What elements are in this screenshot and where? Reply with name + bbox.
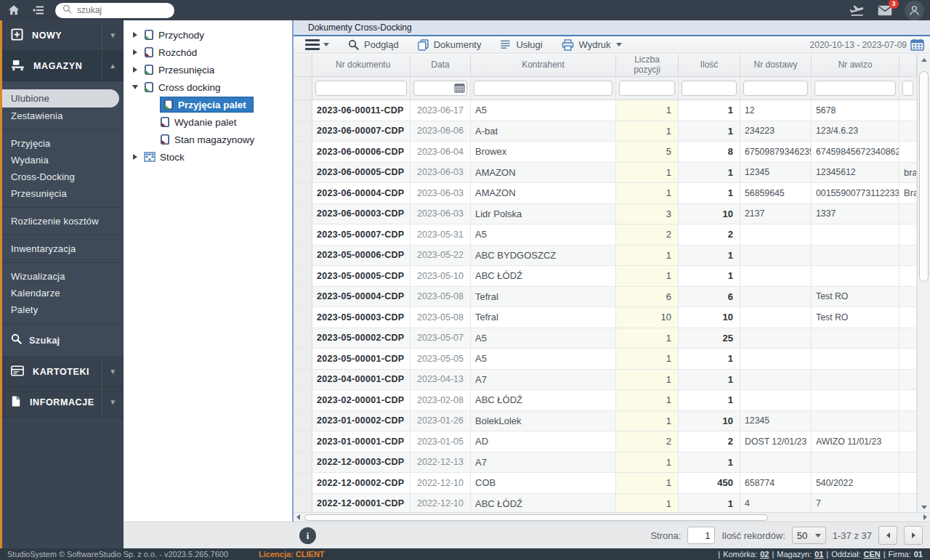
cell-ilosc[interactable]: 1 [679, 245, 740, 267]
table-row[interactable]: 2023-05-00003-CDP2023-05-08Tefral1010Tes… [294, 307, 917, 328]
cell-liczba-pozycji[interactable]: 6 [616, 287, 679, 308]
sidebar-item-wydania[interactable]: Wydania [0, 152, 124, 169]
sidebar-item-inwentaryzacja[interactable]: Inwentaryzacja [0, 240, 124, 257]
column-header-nr-dokumentu[interactable]: Nr dokumentu [312, 54, 411, 77]
cell-nr-awizo[interactable] [812, 370, 899, 391]
cell-nr-dostawy[interactable] [740, 370, 812, 391]
table-row[interactable]: 2023-02-00001-CDP2023-02-08ABC ŁÓDŹ11 [294, 390, 917, 411]
cell-kontrahent[interactable]: Tefral [471, 307, 616, 328]
tree-node-rozchod[interactable]: Rozchód [129, 44, 292, 61]
table-row[interactable]: 2023-06-00003-CDP2023-06-03Lidr Polska31… [294, 204, 917, 225]
cell-nr-dostawy[interactable]: 12345 [740, 411, 812, 432]
sidebar-item-zestawienia[interactable]: Zestawienia [0, 107, 124, 124]
sidebar-item-szukaj[interactable]: Szukaj [0, 329, 124, 351]
home-icon[interactable] [6, 2, 22, 18]
cell-nr-awizo[interactable]: 1337 [812, 204, 899, 225]
expander-closed-icon[interactable] [131, 32, 140, 38]
cell-liczba-pozycji[interactable]: 1 [616, 121, 679, 142]
row-selector-cell[interactable] [294, 245, 312, 267]
row-selector-cell[interactable] [294, 328, 312, 349]
table-row[interactable]: 2023-04-00001-CDP2023-04-13A711 [294, 370, 917, 391]
context-value-komorka[interactable]: 02 [760, 550, 769, 559]
table-row[interactable]: 2023-06-00005-CDP2023-06-03AMAZON1112345… [294, 163, 917, 184]
table-row[interactable]: 2023-06-00011-CDP2023-06-17A511125678 [294, 100, 917, 121]
cell-nr-dokumentu[interactable]: 2023-06-00011-CDP [312, 100, 411, 121]
row-selector-cell[interactable] [294, 287, 312, 308]
cell-ilosc[interactable]: 1 [679, 100, 740, 121]
tree-node-przychody[interactable]: Przychody [129, 26, 292, 44]
cell-kontrahent[interactable]: A5 [471, 100, 616, 121]
tree-node-stock[interactable]: Stock [129, 148, 292, 166]
cell-extra[interactable] [899, 390, 917, 411]
previous-page-button[interactable] [878, 526, 897, 545]
cell-nr-awizo[interactable] [812, 266, 899, 287]
cell-extra[interactable] [899, 411, 917, 432]
user-avatar-icon[interactable] [905, 1, 924, 20]
row-selector-cell[interactable] [294, 142, 312, 163]
cell-ilosc[interactable]: 1 [679, 349, 740, 370]
uslugi-button[interactable]: Usługi [500, 39, 542, 50]
cell-nr-dokumentu[interactable]: 2023-06-00004-CDP [312, 183, 411, 204]
cell-nr-dokumentu[interactable]: 2023-05-00002-CDP [312, 328, 411, 349]
cell-liczba-pozycji[interactable]: 5 [616, 142, 679, 163]
table-row[interactable]: 2023-05-00007-CDP2023-05-31A522 [294, 224, 917, 245]
sidebar-item-przesuniecia[interactable]: Przesunięcia [0, 185, 124, 202]
chevron-up-icon[interactable]: ▲ [102, 51, 124, 81]
cell-ilosc[interactable]: 1 [679, 183, 740, 204]
cell-extra[interactable] [899, 224, 917, 245]
table-row[interactable]: 2022-12-00003-CDP2022-12-13A711 [294, 453, 917, 474]
cell-nr-dokumentu[interactable]: 2023-06-00006-CDP [312, 142, 411, 163]
cell-extra[interactable] [899, 204, 917, 225]
filter-input-nr-dostawy[interactable] [743, 81, 808, 96]
cell-nr-awizo[interactable]: 67459845672340862... [812, 142, 899, 163]
cell-data[interactable]: 2022-12-10 [411, 494, 471, 515]
cell-nr-awizo[interactable]: 7 [812, 494, 899, 515]
cell-liczba-pozycji[interactable]: 2 [616, 431, 679, 453]
cell-data[interactable]: 2023-06-04 [411, 142, 471, 163]
cell-liczba-pozycji[interactable]: 1 [616, 100, 679, 121]
cell-ilosc[interactable]: 1 [679, 453, 740, 474]
cell-nr-dostawy[interactable] [740, 224, 812, 245]
cell-data[interactable]: 2023-06-17 [411, 100, 471, 121]
cell-nr-awizo[interactable]: 5678 [812, 100, 899, 121]
tree-node-przesuniecia[interactable]: Przesunięcia [129, 61, 292, 78]
sidebar-item-cross-docking[interactable]: Cross-Docking [0, 169, 124, 185]
table-row[interactable]: 2023-05-00005-CDP2023-05-10ABC ŁÓDŹ11 [294, 266, 917, 287]
cell-nr-dokumentu[interactable]: 2023-05-00004-CDP [312, 287, 411, 308]
cell-data[interactable]: 2023-01-05 [411, 431, 471, 453]
cell-data[interactable]: 2023-05-10 [411, 266, 471, 287]
horizontal-scrollbar-thumb[interactable] [304, 514, 768, 521]
cell-nr-dokumentu[interactable]: 2022-12-00003-CDP [312, 453, 411, 474]
cell-data[interactable]: 2023-05-08 [411, 307, 471, 328]
menu-toggle-icon[interactable] [31, 2, 46, 18]
cell-nr-dokumentu[interactable]: 2023-05-00005-CDP [312, 266, 411, 287]
table-row[interactable]: 2023-06-00006-CDP2023-06-04Browex5867509… [294, 142, 917, 163]
cell-nr-awizo[interactable]: 123/4.6.23 [812, 121, 899, 142]
calendar-icon[interactable] [910, 38, 924, 53]
vertical-scrollbar-thumb[interactable] [919, 71, 929, 282]
cell-nr-dokumentu[interactable]: 2023-05-00007-CDP [312, 224, 411, 245]
next-page-button[interactable] [904, 526, 923, 545]
cell-nr-dostawy[interactable] [740, 390, 812, 411]
cell-data[interactable]: 2023-06-03 [411, 183, 471, 204]
cell-ilosc[interactable]: 1 [679, 390, 740, 411]
cell-liczba-pozycji[interactable]: 1 [616, 245, 679, 267]
cell-extra[interactable] [899, 307, 917, 328]
row-selector-cell[interactable] [294, 473, 312, 494]
cell-data[interactable]: 2023-05-08 [411, 287, 471, 308]
row-selector-cell[interactable] [294, 349, 312, 370]
cell-nr-awizo[interactable]: AWIZO 11/01/23 [812, 431, 899, 453]
cell-kontrahent[interactable]: A5 [471, 224, 616, 245]
sidebar-item-ulubione[interactable]: Ulubione [0, 89, 119, 107]
table-row[interactable]: 2023-05-00004-CDP2023-05-08Tefral66Test … [294, 287, 917, 308]
cell-kontrahent[interactable]: A5 [471, 328, 616, 349]
cell-liczba-pozycji[interactable]: 2 [616, 224, 679, 245]
cell-nr-dokumentu[interactable]: 2023-01-00001-CDP [312, 431, 411, 453]
cell-nr-awizo[interactable] [812, 411, 899, 432]
filter-input-nr-awizo[interactable] [814, 81, 896, 96]
column-header-data[interactable]: Data [411, 54, 471, 77]
row-selector-cell[interactable] [294, 266, 312, 287]
wydruk-button[interactable]: Wydruk [562, 39, 622, 51]
row-selector-cell[interactable] [294, 121, 312, 142]
cell-ilosc[interactable]: 10 [679, 204, 740, 225]
